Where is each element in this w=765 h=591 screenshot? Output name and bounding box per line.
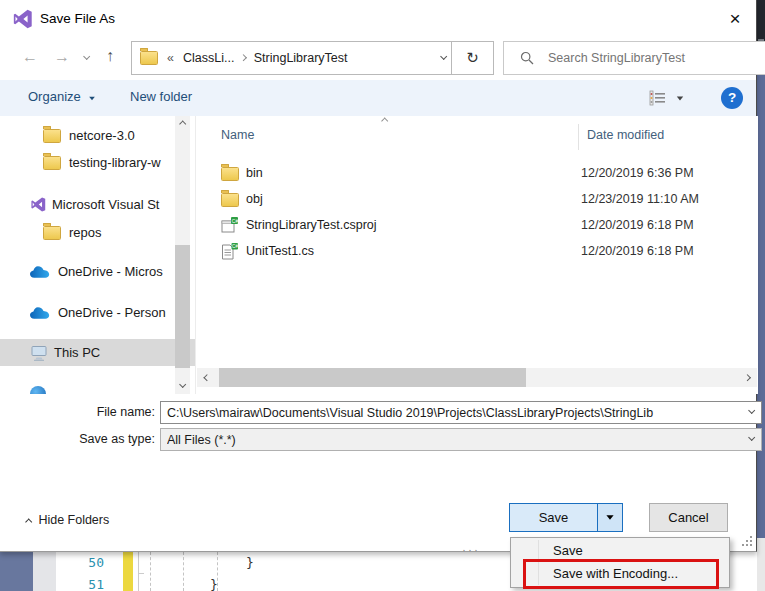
file-date: 12/20/2019 6:18 PM	[581, 218, 694, 232]
svg-text:C#: C#	[232, 218, 238, 224]
refresh-button[interactable]: ↻	[451, 41, 494, 75]
file-name-combobox[interactable]: C:\Users\mairaw\Documents\Visual Studio …	[160, 401, 762, 424]
visual-studio-icon	[30, 196, 47, 213]
visual-studio-icon	[12, 8, 34, 34]
breadcrumb-item-stringlibrarytest[interactable]: StringLibraryTest	[254, 51, 348, 65]
csharp-project-icon: C#	[221, 217, 238, 234]
scroll-up-icon[interactable]	[175, 116, 190, 132]
sidebar-item-label: This PC	[54, 345, 100, 360]
search-box[interactable]	[503, 41, 765, 75]
sidebar-item-label: netcore-3.0	[69, 128, 135, 143]
file-name: StringLibraryTest.csproj	[246, 218, 377, 232]
code-text: }	[210, 577, 218, 591]
organize-label: Organize	[28, 89, 81, 104]
scrollbar-thumb[interactable]	[175, 245, 190, 368]
editor-indent-guide	[183, 552, 184, 591]
file-row-unittest[interactable]: C# UnitTest1.cs 12/20/2019 6:18 PM	[196, 239, 758, 265]
save-as-type-value[interactable]: All Files (*.*)	[167, 433, 749, 447]
save-button[interactable]: Save	[509, 503, 598, 532]
back-icon[interactable]: ←	[22, 48, 38, 66]
column-divider[interactable]	[578, 124, 579, 150]
file-name-dropdown-chevron-icon[interactable]	[748, 407, 756, 415]
breadcrumb-item-classlibraryprojects[interactable]: ClassLi...	[183, 51, 234, 65]
svg-text:C#: C#	[232, 244, 238, 249]
organize-caret-icon	[90, 97, 96, 101]
scroll-left-icon[interactable]	[197, 368, 216, 387]
hide-folders-caret-icon	[25, 518, 33, 526]
scroll-down-icon[interactable]	[175, 378, 190, 394]
sidebar-scrollbar[interactable]	[175, 116, 190, 394]
view-options-caret-icon[interactable]	[677, 97, 683, 101]
background-window-edge	[757, 0, 765, 591]
line-number: 51	[70, 577, 104, 591]
file-name: UnitTest1.cs	[246, 244, 314, 258]
folder-icon	[221, 167, 239, 181]
sidebar-item-label: OneDrive - Micros	[58, 264, 163, 279]
network-icon	[30, 386, 46, 395]
sidebar-item-this-pc[interactable]: This PC	[0, 339, 195, 366]
change-view-icon[interactable]	[649, 90, 667, 106]
sidebar-item-microsoft-visual-studio[interactable]: Microsoft Visual St	[0, 191, 195, 218]
onedrive-cloud-icon	[30, 307, 50, 319]
sidebar-item-onedrive-microsoft[interactable]: OneDrive - Micros	[0, 258, 195, 285]
editor-ellipsis-dots: ···	[462, 543, 480, 557]
editor-margin-strip	[0, 552, 33, 591]
help-button[interactable]: ?	[721, 87, 743, 109]
code-text: }	[246, 555, 254, 570]
refresh-icon: ↻	[466, 49, 479, 66]
forward-icon[interactable]: →	[54, 48, 70, 66]
file-name-value[interactable]: C:\Users\mairaw\Documents\Visual Studio …	[167, 406, 749, 420]
folder-icon	[140, 51, 158, 65]
file-row-obj[interactable]: obj 12/23/2019 11:10 AM	[196, 187, 758, 213]
file-row-csproj[interactable]: C# StringLibraryTest.csproj 12/20/2019 6…	[196, 213, 758, 239]
dialog-title: Save File As	[40, 11, 115, 26]
close-icon[interactable]: ×	[720, 5, 750, 32]
editor-changed-lines-bar	[123, 552, 133, 591]
sidebar-item-label: testing-library-w	[69, 155, 161, 170]
line-number: 50	[70, 555, 104, 570]
sidebar-item-onedrive-personal[interactable]: OneDrive - Person	[0, 299, 195, 326]
resize-grip-icon[interactable]	[740, 534, 754, 548]
sidebar-item-repos[interactable]: repos	[0, 219, 195, 246]
sidebar-item-label: Microsoft Visual St	[52, 197, 159, 212]
search-input[interactable]	[546, 50, 740, 66]
file-row-bin[interactable]: bin 12/20/2019 6:36 PM	[196, 161, 758, 187]
address-dropdown-chevron-icon[interactable]	[440, 53, 448, 61]
file-date: 12/20/2019 6:18 PM	[581, 244, 694, 258]
hide-folders-label: Hide Folders	[38, 513, 109, 527]
hide-folders-button[interactable]: Hide Folders	[26, 513, 109, 527]
scroll-right-icon[interactable]	[738, 368, 757, 387]
up-icon[interactable]: ↑	[106, 47, 114, 65]
file-name-label: File name:	[0, 405, 155, 419]
column-header-name[interactable]: Name	[221, 128, 254, 142]
save-as-type-combobox[interactable]: All Files (*.*)	[160, 428, 762, 451]
organize-button[interactable]: Organize	[28, 89, 96, 104]
file-list: Name Date modified bin 12/20/2019 6:36 P…	[195, 116, 758, 394]
folder-icon	[221, 193, 239, 207]
sidebar-item-testing-library[interactable]: testing-library-w	[0, 149, 195, 176]
save-as-type-label: Save as type:	[0, 432, 155, 446]
sidebar-item-network[interactable]	[0, 380, 195, 394]
save-split-dropdown-button[interactable]	[597, 503, 623, 532]
scrollbar-thumb[interactable]	[219, 368, 526, 387]
command-toolbar: Organize New folder ?	[0, 80, 756, 116]
cancel-button[interactable]: Cancel	[649, 503, 728, 532]
new-folder-button[interactable]: New folder	[130, 89, 192, 104]
column-header-date-modified[interactable]: Date modified	[587, 128, 664, 142]
folder-icon	[43, 226, 61, 240]
annotation-highlight-box	[523, 559, 719, 589]
breadcrumb-overflow[interactable]: «	[167, 51, 174, 65]
breadcrumb[interactable]: « ClassLi... StringLibraryTest	[131, 41, 461, 75]
editor-indent-guide	[138, 552, 139, 591]
editor-gutter	[33, 552, 56, 591]
file-list-horizontal-scrollbar[interactable]	[197, 368, 757, 387]
folder-icon	[43, 156, 61, 170]
sidebar-item-netcore-3-0[interactable]: netcore-3.0	[0, 122, 195, 149]
breadcrumb-separator-icon	[240, 54, 248, 62]
file-date: 12/20/2019 6:36 PM	[581, 166, 694, 180]
save-as-type-dropdown-chevron-icon[interactable]	[748, 434, 756, 442]
navigation-pane: netcore-3.0 testing-library-w Microsoft …	[0, 116, 195, 394]
sort-ascending-icon	[381, 117, 389, 125]
editor-indent-guide	[150, 552, 151, 591]
recent-locations-chevron-icon[interactable]	[83, 53, 91, 61]
